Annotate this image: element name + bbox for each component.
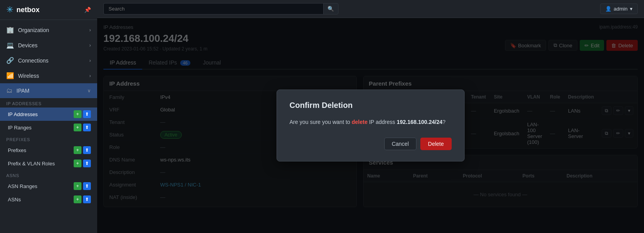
asn-ranges-label: ASN Ranges: [8, 183, 37, 189]
topbar: 🔍 👤 admin ▾: [97, 0, 644, 18]
add-prefix-vlan-role-button[interactable]: +: [74, 160, 81, 167]
modal-title: Confirm Deletion: [289, 101, 452, 110]
chevron-right-icon: ›: [89, 73, 91, 79]
chevron-down-icon: ∨: [87, 88, 91, 93]
netbox-logo-icon: ✳: [6, 5, 13, 15]
ip-addresses-label: IP Addresses: [8, 111, 38, 117]
modal-overlay[interactable]: Confirm Deletion Are you sure you want t…: [97, 18, 644, 233]
import-prefix-vlan-role-button[interactable]: ⬆: [83, 160, 91, 167]
logo-text: netbox: [16, 6, 40, 14]
sidebar-item-ipam[interactable]: 🗂 IPAM ∨: [0, 83, 97, 98]
sidebar: ✳ netbox 📌 🏢 Organization › 💻 Devices › …: [0, 0, 97, 233]
topbar-right: 👤 admin ▾: [600, 4, 638, 14]
pin-icon[interactable]: 📌: [84, 7, 91, 13]
sidebar-item-ip-ranges[interactable]: IP Ranges + ⬆: [0, 121, 97, 134]
import-asn-button[interactable]: ⬆: [83, 195, 91, 203]
modal-body: Are you sure you want to delete IP addre…: [289, 118, 452, 126]
user-label: admin: [614, 6, 628, 12]
asn-ranges-actions: + ⬆: [74, 182, 91, 190]
search-input[interactable]: [103, 3, 323, 14]
sidebar-item-connections[interactable]: 🔗 Connections ›: [0, 53, 97, 68]
sidebar-item-organization[interactable]: 🏢 Organization ›: [0, 22, 97, 38]
chevron-right-icon: ›: [89, 27, 91, 33]
import-ip-address-button[interactable]: ⬆: [83, 110, 91, 118]
search-button[interactable]: 🔍: [323, 3, 338, 14]
connections-icon: 🔗: [6, 57, 14, 64]
chevron-down-icon: ▾: [630, 6, 633, 12]
user-menu-button[interactable]: 👤 admin ▾: [600, 4, 638, 14]
add-asn-button[interactable]: +: [74, 195, 81, 203]
ip-ranges-actions: + ⬆: [74, 124, 91, 131]
add-ip-address-button[interactable]: +: [74, 110, 81, 118]
ipam-icon: 🗂: [6, 87, 13, 94]
prefixes-section-label: PREFIXES: [0, 134, 97, 143]
add-ip-range-button[interactable]: +: [74, 124, 81, 131]
modal-delete-word: delete: [352, 119, 367, 125]
prefixes-label: Prefixes: [8, 147, 26, 153]
prefix-vlan-roles-label: Prefix & VLAN Roles: [8, 161, 55, 167]
sidebar-item-ip-addresses[interactable]: IP Addresses + ⬆: [0, 108, 97, 121]
main-content: 🔍 👤 admin ▾ IP Addresses 192.168.100.24/…: [97, 0, 644, 233]
add-asn-range-button[interactable]: +: [74, 182, 81, 190]
import-prefix-button[interactable]: ⬆: [83, 146, 91, 154]
sidebar-item-wireless[interactable]: 📶 Wireless ›: [0, 68, 97, 83]
page-content: IP Addresses 192.168.100.24/24 Created 2…: [97, 18, 644, 233]
asns-section-label: ASNS: [0, 170, 97, 179]
wireless-icon: 📶: [6, 72, 14, 79]
ip-ranges-label: IP Ranges: [8, 125, 31, 131]
asns-label: ASNs: [8, 197, 21, 203]
sidebar-item-prefix-vlan-roles[interactable]: Prefix & VLAN Roles + ⬆: [0, 157, 97, 170]
add-prefix-button[interactable]: +: [74, 146, 81, 154]
chevron-right-icon: ›: [89, 58, 91, 63]
modal-footer: Cancel Delete: [289, 138, 452, 150]
modal-delete-button[interactable]: Delete: [420, 138, 452, 150]
search-box: 🔍: [103, 3, 338, 14]
organization-icon: 🏢: [6, 26, 14, 34]
user-icon: 👤: [605, 6, 611, 12]
sidebar-logo: ✳ netbox 📌: [0, 0, 97, 20]
modal-address: 192.168.100.24/24: [397, 119, 443, 125]
sidebar-item-prefixes[interactable]: Prefixes + ⬆: [0, 143, 97, 157]
chevron-right-icon: ›: [89, 43, 91, 48]
import-ip-range-button[interactable]: ⬆: [83, 124, 91, 131]
confirm-deletion-modal: Confirm Deletion Are you sure you want t…: [277, 90, 465, 161]
ip-addresses-section-label: IP ADDRESSES: [0, 98, 97, 108]
import-asn-range-button[interactable]: ⬆: [83, 182, 91, 190]
sidebar-nav: 🏢 Organization › 💻 Devices › 🔗 Connectio…: [0, 20, 97, 233]
sidebar-item-asn-ranges[interactable]: ASN Ranges + ⬆: [0, 179, 97, 193]
sidebar-item-devices[interactable]: 💻 Devices ›: [0, 38, 97, 53]
devices-icon: 💻: [6, 41, 14, 49]
sidebar-item-asns[interactable]: ASNs + ⬆: [0, 193, 97, 206]
asns-actions: + ⬆: [74, 195, 91, 203]
prefix-vlan-roles-actions: + ⬆: [74, 160, 91, 167]
modal-cancel-button[interactable]: Cancel: [384, 138, 416, 150]
ip-addresses-actions: + ⬆: [74, 110, 91, 118]
prefixes-actions: + ⬆: [74, 146, 91, 154]
